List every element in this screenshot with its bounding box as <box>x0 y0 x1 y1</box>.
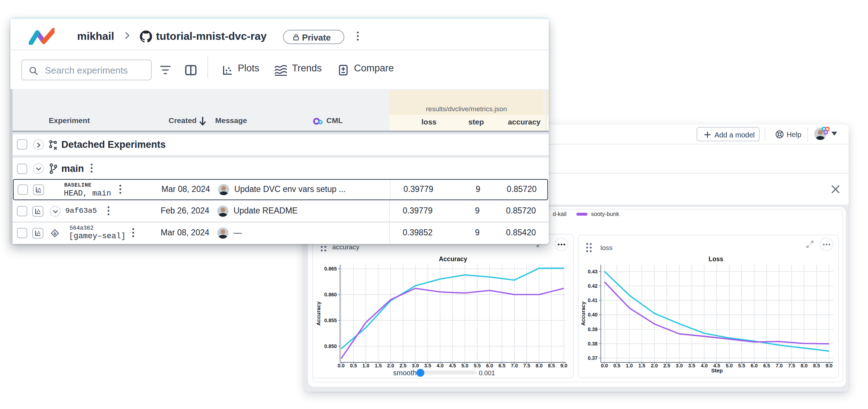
svg-text:2.5: 2.5 <box>400 363 407 368</box>
svg-text:5.0: 5.0 <box>461 363 468 368</box>
svg-text:1.0: 1.0 <box>362 363 369 368</box>
svg-text:1.5: 1.5 <box>638 363 646 368</box>
svg-text:7.5: 7.5 <box>788 363 795 368</box>
svg-text:0.42: 0.42 <box>588 283 598 289</box>
svg-text:0.38: 0.38 <box>588 341 598 347</box>
svg-text:5.5: 5.5 <box>474 363 481 368</box>
svg-text:0.0: 0.0 <box>338 363 345 368</box>
svg-text:3.0: 3.0 <box>676 363 683 368</box>
svg-text:0.5: 0.5 <box>350 363 357 368</box>
svg-text:Accuracy: Accuracy <box>439 255 467 263</box>
svg-text:5.0: 5.0 <box>726 363 733 368</box>
svg-text:3.0: 3.0 <box>412 363 419 368</box>
svg-text:2.5: 2.5 <box>663 363 670 368</box>
svg-text:8.5: 8.5 <box>548 363 555 368</box>
svg-text:8.5: 8.5 <box>813 363 820 368</box>
svg-text:8.0: 8.0 <box>801 363 808 368</box>
svg-text:0.41: 0.41 <box>588 297 598 303</box>
svg-text:4.0: 4.0 <box>701 363 708 368</box>
svg-text:9.0: 9.0 <box>826 363 833 368</box>
svg-text:7.5: 7.5 <box>523 363 530 368</box>
svg-text:8.0: 8.0 <box>536 363 543 368</box>
svg-text:9.0: 9.0 <box>560 363 567 368</box>
svg-text:Accuracy: Accuracy <box>315 301 321 326</box>
svg-text:6.5: 6.5 <box>499 363 506 368</box>
svg-text:2.0: 2.0 <box>651 363 658 368</box>
svg-text:1.5: 1.5 <box>375 363 382 368</box>
svg-text:2.0: 2.0 <box>387 363 394 368</box>
svg-text:6.5: 6.5 <box>763 363 770 368</box>
svg-text:0.40: 0.40 <box>588 312 598 318</box>
svg-text:Loss: Loss <box>709 255 723 263</box>
svg-text:4.5: 4.5 <box>449 363 456 368</box>
svg-text:Accuracy: Accuracy <box>580 301 586 326</box>
svg-text:0.865: 0.865 <box>324 266 337 272</box>
svg-text:0.5: 0.5 <box>613 363 621 368</box>
svg-text:0.39: 0.39 <box>588 326 598 332</box>
svg-text:6.0: 6.0 <box>751 363 758 368</box>
svg-text:7.0: 7.0 <box>511 363 518 368</box>
svg-text:0.37: 0.37 <box>588 355 598 361</box>
svg-text:0.860: 0.860 <box>324 292 337 297</box>
svg-text:0.850: 0.850 <box>324 343 337 349</box>
svg-text:6.0: 6.0 <box>486 363 493 368</box>
svg-text:0.855: 0.855 <box>324 318 337 323</box>
svg-text:3.5: 3.5 <box>688 363 695 368</box>
svg-text:1.0: 1.0 <box>626 363 633 368</box>
svg-text:3.5: 3.5 <box>424 363 431 368</box>
svg-text:0.0: 0.0 <box>601 363 608 368</box>
svg-text:Step: Step <box>711 367 723 373</box>
svg-text:4.0: 4.0 <box>437 363 444 368</box>
svg-text:0.43: 0.43 <box>588 269 598 274</box>
svg-text:5.5: 5.5 <box>738 363 745 368</box>
svg-text:7.0: 7.0 <box>775 363 783 368</box>
